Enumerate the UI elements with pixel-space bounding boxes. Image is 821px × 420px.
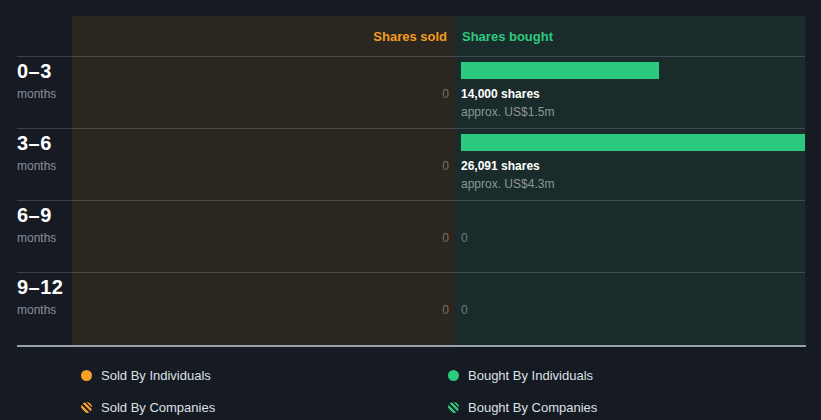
period-row-0-3: 0–3 months 0 14,000 shares approx. US$1.… (0, 56, 821, 128)
bought-companies-hatched-dot-icon (448, 402, 459, 413)
sold-companies-hatched-dot-icon (81, 402, 92, 413)
period-unit-label: months (17, 231, 56, 245)
sold-value: 0 (349, 159, 449, 173)
sold-value: 0 (349, 303, 449, 317)
sold-value: 0 (349, 87, 449, 101)
legend-item-sold-companies: Sold By Companies (81, 400, 215, 415)
sold-individuals-dot-icon (81, 370, 92, 381)
shares-bought-header: Shares bought (462, 16, 553, 56)
period-unit-label: months (17, 303, 56, 317)
period-row-9-12: 9–12 months 0 0 (0, 272, 821, 347)
period-range-label: 6–9 (17, 204, 52, 227)
bought-approx-value: approx. US$1.5m (461, 105, 554, 119)
period-unit-label: months (17, 159, 56, 173)
bought-bar[interactable] (461, 134, 805, 151)
period-row-6-9: 6–9 months 0 0 (0, 200, 821, 272)
legend-label: Sold By Individuals (101, 368, 211, 383)
bought-individuals-dot-icon (448, 370, 459, 381)
shares-sold-header: Shares sold (72, 16, 447, 56)
period-unit-label: months (17, 87, 56, 101)
period-range-label: 0–3 (17, 60, 52, 83)
legend-item-bought-companies: Bought By Companies (448, 400, 597, 415)
sold-value: 0 (349, 231, 449, 245)
bought-value: 0 (461, 231, 468, 245)
bought-shares-value: 26,091 shares (461, 159, 540, 173)
period-row-3-6: 3–6 months 0 26,091 shares approx. US$4.… (0, 128, 821, 200)
bought-bar[interactable] (461, 62, 659, 79)
bought-value: 0 (461, 303, 468, 317)
legend-label: Sold By Companies (101, 400, 215, 415)
bought-shares-value: 14,000 shares (461, 87, 540, 101)
period-range-label: 3–6 (17, 132, 52, 155)
legend-label: Bought By Companies (468, 400, 597, 415)
legend-item-sold-individuals: Sold By Individuals (81, 368, 211, 383)
insider-trading-chart: Shares sold Shares bought 0–3 months 0 1… (0, 0, 821, 420)
legend-label: Bought By Individuals (468, 368, 593, 383)
legend-item-bought-individuals: Bought By Individuals (448, 368, 593, 383)
period-range-label: 9–12 (17, 276, 64, 299)
bought-approx-value: approx. US$4.3m (461, 177, 554, 191)
